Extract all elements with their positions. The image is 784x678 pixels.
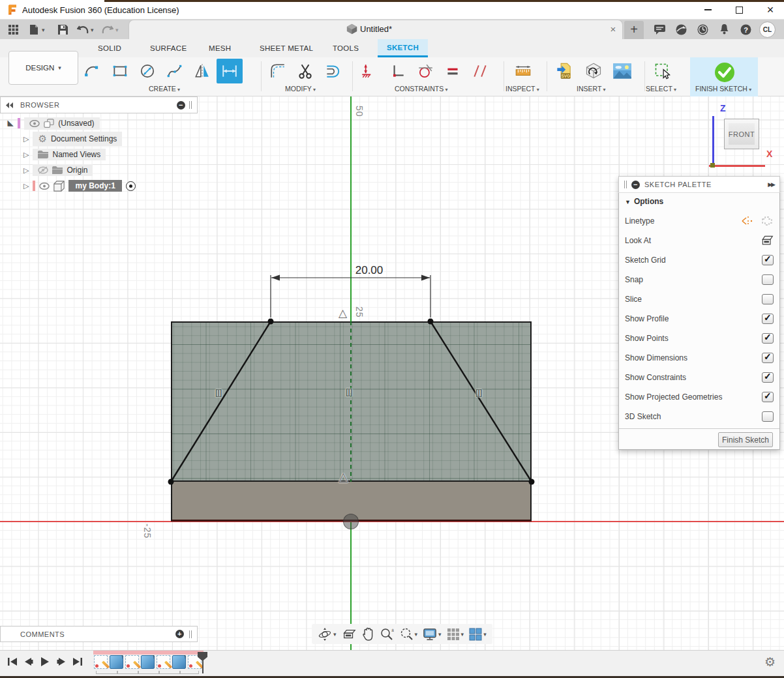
fix-constraint-button[interactable] — [355, 59, 382, 83]
collapse-left-icon[interactable] — [6, 102, 14, 108]
browser-item-named-views[interactable]: ▷ Named Views — [23, 147, 106, 162]
tangent-constraint-button[interactable] — [412, 59, 438, 83]
insert-svg-button[interactable]: SVG — [552, 59, 578, 83]
comments-bar[interactable]: COMMENTS + — [0, 626, 198, 642]
sketch-point[interactable] — [268, 319, 274, 325]
horizontal-vertical-constraint-button[interactable] — [385, 59, 411, 83]
zoom-window-caret[interactable]: ▾ — [415, 631, 418, 638]
browser-panel-header[interactable]: BROWSER − — [0, 96, 198, 113]
add-comment-icon[interactable]: + — [175, 630, 184, 638]
symmetry-constraint-icon[interactable]: [|] — [215, 387, 221, 397]
parallel-constraint-button[interactable] — [467, 59, 493, 83]
symmetry-constraint-icon[interactable]: [|] — [475, 387, 481, 397]
timeline-step-forward-button[interactable] — [54, 655, 68, 668]
origin-point[interactable] — [343, 514, 359, 529]
orbit-caret[interactable]: ▾ — [333, 631, 337, 638]
tab-sketch[interactable]: SKETCH — [378, 39, 428, 57]
timeline-rollback-track[interactable] — [93, 651, 204, 655]
sketch-line-right[interactable] — [430, 321, 532, 482]
timeline-step-back-button[interactable] — [22, 655, 36, 668]
timeline-item-sketch[interactable] — [94, 655, 108, 669]
create-group-label[interactable]: CREATE — [149, 85, 180, 93]
inspect-group-label[interactable]: INSPECT — [505, 85, 539, 93]
sketch-grid-checkbox[interactable] — [762, 255, 774, 265]
palette-collapse-icon[interactable]: − — [631, 181, 640, 189]
close-button[interactable]: × — [755, 0, 784, 20]
symmetry-constraint-icon[interactable]: [|] — [346, 387, 352, 396]
browser-item-label[interactable]: Named Views — [52, 150, 100, 159]
expand-arrow-icon[interactable]: ◢ — [7, 120, 16, 126]
browser-item-label[interactable]: (Unsaved) — [58, 119, 94, 128]
comments-button[interactable] — [651, 20, 668, 39]
browser-collapse-icon[interactable]: − — [177, 101, 185, 110]
zoom-window-button[interactable]: ▾ — [397, 624, 420, 644]
timeline-item-sketch[interactable] — [157, 655, 170, 669]
timeline-play-button[interactable] — [38, 655, 52, 668]
maximize-button[interactable] — [724, 0, 754, 20]
user-avatar[interactable]: CL — [759, 22, 776, 38]
slice-checkbox[interactable] — [762, 294, 774, 304]
browser-item-root[interactable]: ◢ (Unsaved) — [8, 116, 100, 130]
sketch-dimension-tool-button[interactable] — [217, 59, 243, 83]
construction-linetype-icon[interactable] — [741, 215, 754, 227]
tab-surface[interactable]: SURFACE — [141, 39, 196, 57]
browser-item-origin[interactable]: ▷ Origin — [23, 163, 93, 177]
orbit-button[interactable]: ▾ — [316, 624, 339, 644]
app-grid-menu-button[interactable] — [5, 20, 21, 39]
projected-linetype-icon[interactable] — [761, 215, 774, 227]
pan-button[interactable] — [359, 624, 376, 644]
body-radio-target-icon[interactable] — [126, 181, 136, 191]
triangle-constraint-icon[interactable]: △ — [339, 469, 348, 484]
new-tab-button[interactable]: + — [624, 21, 644, 39]
dimension-value[interactable]: 20.00 — [355, 264, 384, 276]
browser-drag-grip[interactable] — [189, 101, 192, 109]
sketch-point[interactable] — [428, 319, 434, 325]
visibility-eye-icon[interactable] — [39, 183, 50, 190]
expand-arrow-icon[interactable]: ▷ — [23, 182, 29, 190]
show-profile-checkbox[interactable] — [762, 314, 774, 324]
offset-tool-button[interactable] — [320, 59, 346, 83]
finish-sketch-label[interactable]: FINISH SKETCH — [695, 85, 751, 93]
minimize-button[interactable] — [693, 0, 723, 20]
viewports-button[interactable]: ▾ — [467, 624, 489, 644]
timeline-settings-gear-icon[interactable]: ⚙ — [764, 655, 776, 670]
browser-item-label[interactable]: Document Settings — [51, 134, 117, 143]
job-status-button[interactable] — [694, 20, 711, 39]
insert-mesh-button[interactable] — [580, 59, 607, 83]
rectangle-tool-button[interactable] — [107, 59, 133, 83]
viewcube[interactable]: FRONT — [724, 119, 759, 149]
timeline-item-extrude[interactable] — [110, 655, 123, 669]
look-at-button[interactable] — [340, 624, 358, 644]
redo-button[interactable] — [100, 20, 115, 39]
timeline-item-sketch[interactable] — [125, 655, 139, 669]
insert-group-label[interactable]: INSERT — [577, 85, 606, 93]
undo-dropdown-caret[interactable]: ▾ — [91, 27, 94, 33]
snap-checkbox[interactable] — [762, 274, 774, 285]
grid-settings-button[interactable]: ▾ — [445, 624, 466, 644]
show-constraints-checkbox[interactable] — [762, 372, 774, 383]
timeline-go-start-button[interactable] — [5, 655, 20, 668]
display-settings-button[interactable]: ▾ — [421, 624, 444, 644]
undo-button[interactable] — [76, 20, 90, 39]
viewports-caret[interactable]: ▾ — [483, 631, 487, 638]
workspace-selector[interactable]: DESIGN▾ — [8, 51, 78, 85]
help-button[interactable]: ? — [737, 20, 754, 39]
mirror-tool-button[interactable] — [189, 59, 215, 83]
constraints-group-label[interactable]: CONSTRAINTS — [395, 85, 448, 93]
document-tab-close-icon[interactable]: × — [607, 23, 620, 36]
expand-arrow-icon[interactable]: ▷ — [23, 135, 29, 143]
extensions-button[interactable] — [672, 20, 689, 39]
timeline-item-extrude[interactable] — [172, 655, 186, 669]
display-caret[interactable]: ▾ — [438, 631, 442, 638]
notifications-button[interactable] — [716, 20, 732, 39]
palette-options-section[interactable]: ▼Options — [625, 197, 663, 206]
sketch-point[interactable] — [168, 479, 174, 485]
timeline-go-end-button[interactable] — [70, 655, 85, 668]
file-button[interactable] — [27, 20, 40, 39]
triangle-constraint-icon[interactable]: △ — [339, 306, 347, 320]
sketch-palette-header[interactable]: − SKETCH PALETTE ▶▶ — [618, 176, 780, 193]
circle-tool-button[interactable] — [134, 59, 160, 83]
palette-finish-sketch-button[interactable]: Finish Sketch — [718, 432, 773, 447]
measure-tool-button[interactable] — [510, 59, 536, 83]
equal-constraint-button[interactable] — [440, 59, 466, 83]
